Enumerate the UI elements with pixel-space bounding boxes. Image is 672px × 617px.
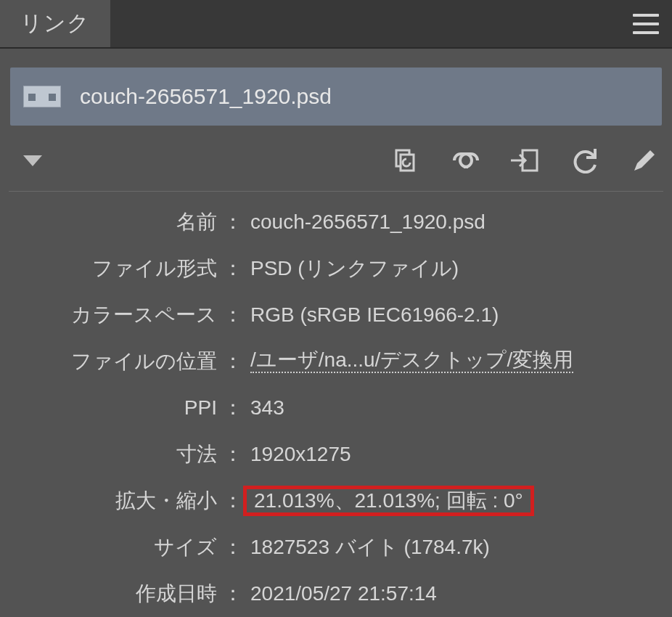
pencil-icon [631,147,657,173]
info-ppi-value: 343 [250,398,284,418]
info-scale-value: 21.013%、21.013%; 回転 : 0° [254,489,523,512]
panel-tabs: リンク [0,0,672,49]
info-colorspace-label: カラースペース [9,305,223,325]
scale-highlight: 21.013%、21.013%; 回転 : 0° [243,486,534,516]
link-info: 名前 ： couch-2656571_1920.psd ファイル形式 ： PSD… [9,191,663,617]
link-filename: couch-2656571_1920.psd [80,84,332,109]
go-to-link-button[interactable] [509,144,541,176]
chain-link-icon [450,150,482,171]
info-created-row: 作成日時 ： 2021/05/27 21:57:14 [9,571,663,617]
info-scale-row: 拡大・縮小 ： 21.013%、21.013%; 回転 : 0° [9,478,663,524]
info-location-row: ファイルの位置 ： /ユーザ/na...u/デスクトップ/変換用 [9,338,663,385]
info-colorspace-value: RGB (sRGB IEC61966-2.1) [250,305,499,325]
panel-menu-button[interactable] [633,14,659,34]
update-link-button[interactable] [569,144,601,176]
go-to-icon [509,147,541,173]
info-size-row: サイズ ： 1827523 バイト (1784.7k) [9,524,663,571]
disclosure-triangle-icon[interactable] [23,155,42,166]
info-dimensions-row: 寸法 ： 1920x1275 [9,431,663,478]
tab-label: リンク [20,9,90,38]
relink-from-cc-button[interactable] [390,144,422,176]
link-row[interactable]: couch-2656571_1920.psd [10,68,662,126]
info-created-value: 2021/05/27 21:57:14 [250,584,437,604]
info-name-row: 名前 ： couch-2656571_1920.psd [9,199,663,245]
info-name-value: couch-2656571_1920.psd [250,212,485,232]
info-size-value: 1827523 バイト (1784.7k) [250,537,490,557]
info-format-row: ファイル形式 ： PSD (リンクファイル) [9,245,663,292]
info-dimensions-value: 1920x1275 [250,444,351,465]
links-list: couch-2656571_1920.psd [0,49,672,126]
info-location-value[interactable]: /ユーザ/na...u/デスクトップ/変換用 [250,350,573,373]
info-ppi-label: PPI [9,398,223,418]
info-format-value: PSD (リンクファイル) [250,258,459,279]
info-colorspace-row: カラースペース ： RGB (sRGB IEC61966-2.1) [9,292,663,338]
thumbnail-icon [23,86,61,107]
info-scale-label: 拡大・縮小 [9,491,223,511]
info-format-label: ファイル形式 [9,258,223,279]
tab-links[interactable]: リンク [0,0,110,47]
relink-button[interactable] [450,144,482,176]
refresh-icon [570,147,599,173]
info-created-label: 作成日時 [9,584,223,604]
info-dimensions-label: 寸法 [9,444,223,465]
info-size-label: サイズ [9,537,223,557]
info-location-label: ファイルの位置 [9,351,223,372]
link-toolbar [12,144,660,176]
relink-cc-icon [392,147,421,173]
info-name-label: 名前 [9,212,223,232]
edit-original-button[interactable] [628,144,660,176]
links-panel: リンク couch-2656571_1920.psd [0,0,672,617]
info-ppi-row: PPI ： 343 [9,385,663,431]
